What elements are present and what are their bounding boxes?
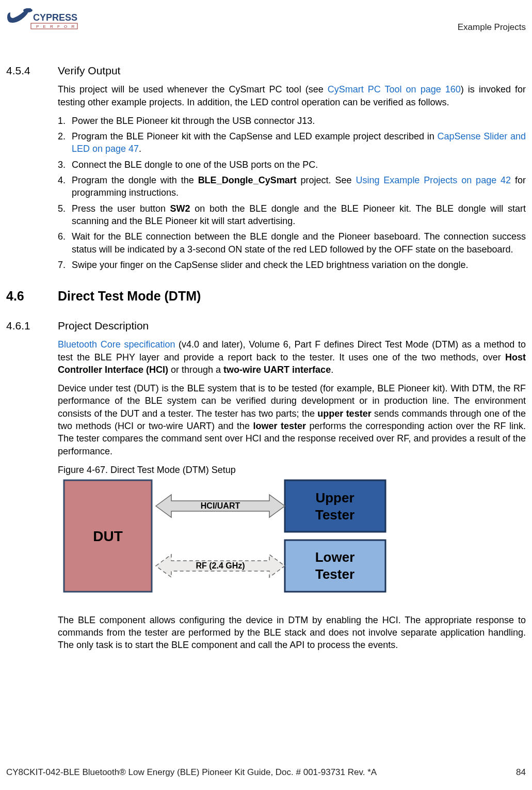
lower-tester-l1: Lower [315,549,355,565]
list-item: 4. Program the dongle with the BLE_Dongl… [58,174,526,199]
text: . [331,365,333,375]
page-header: CYPRESS P E R F O R M Example Projects [6,6,526,34]
text: Press the user button [72,203,170,214]
steps-list: 1. Power the BLE Pioneer kit through the… [58,115,526,271]
section-title: Verify Output [58,64,120,78]
p461-1: Bluetooth Core specification (v4.0 and l… [58,338,526,376]
lower-tester-l2: Tester [315,566,354,582]
figure-caption: Figure 4-67. Direct Test Mode (DTM) Setu… [58,464,526,476]
p461-2: Device under test (DUT) is the BLE syste… [58,382,526,457]
svg-rect-5 [285,540,385,592]
step-text: Press the user button SW2 on both the BL… [72,202,526,228]
section-number: 4.5.4 [6,64,58,78]
arrow-hci-uart-label: HCI/UART [201,501,240,510]
step-text: Power the BLE Pioneer kit through the US… [72,115,526,127]
step-number: 7. [58,259,72,271]
section-454-heading: 4.5.4 Verify Output [6,64,526,78]
step-number: 5. [58,202,72,228]
link-cysmart-pc-tool[interactable]: CySmart PC Tool on page 160 [328,84,461,94]
bold-text: SW2 [170,203,190,214]
logo-text: CYPRESS [33,12,77,23]
page-footer: CY8CKIT-042-BLE Bluetooth® Low Energy (B… [6,767,526,779]
bold-text: upper tester [317,408,371,419]
section-46-heading: 4.6 Direct Test Mode (DTM) [6,288,526,305]
section-number: 4.6.1 [6,319,58,333]
arrow-rf-label: RF (2.4 GHz) [196,561,245,570]
section-461-heading: 4.6.1 Project Description [6,319,526,333]
step-text: Connect the BLE dongle to one of the USB… [72,159,526,171]
step-number: 2. [58,130,72,155]
step-number: 4. [58,174,72,199]
list-item: 1. Power the BLE Pioneer kit through the… [58,115,526,127]
section-title: Direct Test Mode (DTM) [58,288,201,305]
list-item: 2. Program the BLE Pioneer kit with the … [58,130,526,155]
dtm-diagram: DUT Upper Tester Lower Tester HCI/UART R… [63,479,526,601]
step-number: 6. [58,230,72,256]
text: Program the BLE Pioneer kit with the Cap… [72,131,437,141]
upper-tester-l2: Tester [315,507,354,523]
text: project. See [297,175,356,185]
list-item: 7. Swipe your finger on the CapSense sli… [58,259,526,271]
step-text: Program the BLE Pioneer kit with the Cap… [72,130,526,155]
logo-sub: P E R F O R M [36,24,78,29]
text: or through a [168,365,223,375]
bold-text: BLE_Dongle_CySmart [198,175,297,185]
bold-text: lower tester [253,421,307,431]
header-section-label: Example Projects [458,6,526,34]
p461-3: The BLE component allows configuring the… [58,614,526,652]
step-text: Program the dongle with the BLE_Dongle_C… [72,174,526,199]
step-text: Swipe your finger on the CapSense slider… [72,259,526,271]
text: This project will be used whenever the C… [58,84,328,94]
svg-point-0 [23,8,33,12]
cypress-logo: CYPRESS P E R F O R M [6,6,78,31]
text: . [139,144,141,154]
dut-label: DUT [93,528,123,544]
step-number: 1. [58,115,72,127]
list-item: 6. Wait for the BLE connection between t… [58,230,526,256]
link-example-projects[interactable]: Using Example Projects on page 42 [356,175,511,185]
section-title: Project Description [58,319,149,333]
bold-text: two-wire UART interface [223,365,331,375]
footer-doc-info: CY8CKIT-042-BLE Bluetooth® Low Energy (B… [6,767,377,779]
section-number: 4.6 [6,288,58,305]
list-item: 3. Connect the BLE dongle to one of the … [58,159,526,171]
step-number: 3. [58,159,72,171]
link-bluetooth-core-spec[interactable]: Bluetooth Core specification [58,339,175,350]
footer-page-number: 84 [516,767,526,779]
svg-rect-4 [285,480,385,532]
step-text: Wait for the BLE connection between the … [72,230,526,256]
text: Program the dongle with the [72,175,198,185]
section-454-intro: This project will be used whenever the C… [58,83,526,108]
upper-tester-l1: Upper [315,490,354,505]
list-item: 5. Press the user button SW2 on both the… [58,202,526,228]
